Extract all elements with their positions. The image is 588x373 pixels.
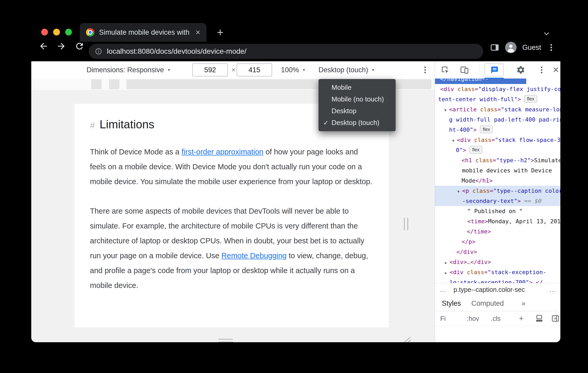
- side-panel-icon[interactable]: [490, 43, 499, 52]
- close-tab-icon[interactable]: ×: [195, 28, 200, 36]
- flex-badge[interactable]: flex: [469, 146, 482, 154]
- forward-button[interactable]: [56, 41, 66, 51]
- collapse-arrow-icon[interactable]: ▼: [442, 105, 449, 115]
- code-segment: Simulate: [534, 157, 560, 164]
- styles-filter-input[interactable]: Fi: [440, 315, 446, 322]
- flex-badge[interactable]: flex: [524, 95, 537, 103]
- dom-tree-row[interactable]: lg:stack-exception-700"> </: [435, 277, 560, 283]
- height-input[interactable]: [237, 63, 272, 76]
- code-segment: </p>: [462, 238, 475, 245]
- inspect-element-icon[interactable]: [441, 65, 450, 74]
- dom-tree-row[interactable]: -secondary-text"> == $0: [435, 196, 560, 206]
- gear-icon[interactable]: [516, 65, 525, 74]
- reload-button[interactable]: [75, 41, 84, 51]
- collapse-arrow-icon[interactable]: ▼: [450, 136, 457, 145]
- breadcrumb-selected-node[interactable]: p.type--caption.color-sec: [454, 286, 525, 293]
- code-segment: =: [484, 269, 487, 275]
- heading-anchor-hash[interactable]: #: [90, 120, 95, 130]
- close-window-button[interactable]: [41, 29, 48, 35]
- device-type-dropdown[interactable]: Desktop (touch)▼: [318, 66, 375, 74]
- element-classes-button[interactable]: .cls: [491, 315, 501, 322]
- dom-tree-row[interactable]: </p>: [435, 237, 560, 247]
- code-segment: <div: [450, 259, 463, 265]
- browser-menu-kebab-icon[interactable]: [547, 43, 556, 52]
- back-button[interactable]: [39, 41, 48, 51]
- menu-item-desktop-touch[interactable]: ✓Desktop (touch): [318, 117, 396, 129]
- dom-tree-row[interactable]: </navigation--: [435, 79, 526, 84]
- text-link[interactable]: Remote Debugging: [222, 251, 287, 260]
- code-segment: " Published on ": [467, 208, 523, 214]
- breadcrumb-overflow-right[interactable]: …: [549, 286, 556, 293]
- flex-badge[interactable]: flex: [480, 125, 493, 133]
- code-segment: </div>: [470, 259, 491, 265]
- zoom-dropdown[interactable]: 100%▼: [281, 66, 306, 74]
- devtools-menu-kebab-icon[interactable]: [537, 65, 546, 74]
- code-segment: >: [531, 157, 534, 164]
- devtools-panel: × </navigation--<div class="display-flex…: [435, 61, 560, 342]
- dom-tree-row[interactable]: 0">flex: [435, 145, 560, 155]
- more-tabs-chevron[interactable]: »: [522, 299, 525, 308]
- menu-item-desktop[interactable]: Desktop: [318, 105, 396, 117]
- width-input[interactable]: [192, 63, 228, 76]
- console-messages-button[interactable]: [485, 63, 504, 76]
- dom-tree-row[interactable]: ht-400">flex: [435, 125, 560, 135]
- dom-tree-row[interactable]: ▶<div class="stack-exception-: [435, 267, 560, 277]
- dom-tree-row[interactable]: tent-center width-full">flex: [435, 94, 560, 104]
- devtools-toolbar: ×: [435, 61, 560, 79]
- dom-tree-row[interactable]: <time>Monday, April 13, 2015: [435, 216, 560, 226]
- menu-item-label: Mobile (no touch): [332, 95, 384, 103]
- breadcrumb-overflow-left[interactable]: …: [440, 286, 446, 293]
- tab-computed[interactable]: Computed: [471, 299, 504, 308]
- code-segment: mobile devices with Device: [462, 167, 552, 174]
- dom-tree-row[interactable]: ▼<article class="stack measure-lon: [435, 104, 560, 115]
- tab-list-chevron-icon[interactable]: [542, 29, 551, 38]
- dom-tree-row[interactable]: ▼<div class="stack flow-space-30: [435, 135, 560, 145]
- browser-tab[interactable]: Simulate mobile devices with D ×: [80, 23, 206, 42]
- new-style-rule-button[interactable]: +: [519, 314, 524, 323]
- close-devtools-icon[interactable]: ×: [553, 63, 559, 76]
- computed-sidebar-toggle-icon[interactable]: [551, 314, 560, 323]
- dom-tree-row[interactable]: g width-full pad-left-400 pad-rig: [435, 115, 560, 125]
- dom-tree-row[interactable]: mobile devices with Device: [435, 165, 560, 176]
- dom-tree-row[interactable]: <h1 class="type--h2">Simulate: [435, 155, 560, 165]
- dimensions-times-separator: ×: [231, 66, 236, 74]
- dom-tree-row[interactable]: ▶<div>…</div>: [435, 257, 560, 267]
- code-segment: "stack measure-lon: [501, 106, 560, 113]
- dom-tree-row[interactable]: </div>: [435, 247, 560, 257]
- viewport-resize-handle-right[interactable]: [404, 218, 408, 230]
- dom-tree-row[interactable]: Mode</h1>: [435, 176, 560, 186]
- text-link[interactable]: first-order approximation: [181, 148, 263, 156]
- device-toolbar-toggle-icon[interactable]: [460, 65, 469, 74]
- toggle-element-state-button[interactable]: :hov: [467, 315, 479, 322]
- dom-tree-row[interactable]: ▼<p class="type--caption color: [435, 186, 560, 196]
- expand-arrow-icon[interactable]: ▶: [442, 268, 450, 277]
- code-segment: Mode: [462, 177, 475, 184]
- minimize-window-button[interactable]: [53, 29, 60, 35]
- code-segment: <time>: [467, 218, 488, 225]
- code-segment: </: [536, 279, 543, 283]
- code-segment: "type--h2": [496, 157, 530, 164]
- collapse-arrow-icon[interactable]: ▼: [455, 187, 462, 196]
- address-bar[interactable]: localhost:8080/docs/devtools/device-mode…: [89, 44, 483, 59]
- content-area: Dimensions: Responsive▼ × 100%▼ Desktop …: [31, 61, 560, 342]
- code-segment: <p: [462, 188, 469, 194]
- site-info-icon[interactable]: [95, 48, 102, 55]
- dom-tree-row[interactable]: </time>: [435, 226, 560, 237]
- device-toolbar-menu-kebab-icon[interactable]: [421, 65, 430, 74]
- dom-tree-row[interactable]: <div class="display-flex justify-con: [435, 84, 560, 94]
- fullscreen-window-button[interactable]: [65, 29, 72, 35]
- viewport-resize-handle-corner[interactable]: [400, 336, 411, 342]
- expand-arrow-icon[interactable]: ▶: [442, 258, 450, 267]
- dom-tree-row[interactable]: " Published on ": [435, 206, 560, 216]
- code-segment: <h1: [462, 157, 472, 164]
- viewport-resize-handle-bottom[interactable]: [218, 339, 233, 342]
- chevron-down-icon: ▼: [302, 68, 306, 72]
- dimensions-dropdown[interactable]: Dimensions: Responsive▼: [87, 66, 171, 74]
- code-segment: </time>: [467, 228, 491, 235]
- avatar[interactable]: [505, 42, 517, 53]
- new-tab-button[interactable]: +: [217, 25, 224, 40]
- menu-item-mobile-no-touch[interactable]: Mobile (no touch): [318, 93, 396, 105]
- menu-item-mobile[interactable]: Mobile: [318, 82, 396, 93]
- font-editor-icon[interactable]: [535, 314, 543, 323]
- tab-styles[interactable]: Styles: [442, 299, 461, 308]
